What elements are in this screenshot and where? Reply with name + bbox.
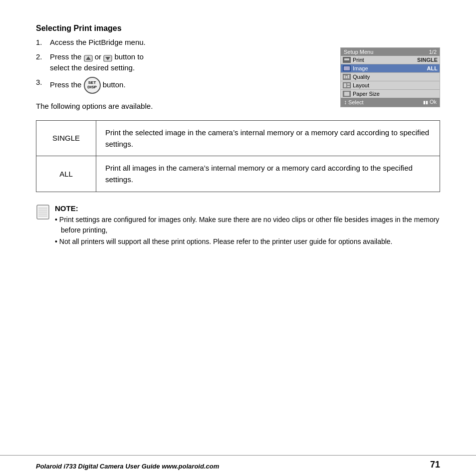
page-content: Selecting Print images 1. Access the Pic… xyxy=(0,0,476,476)
step-1-num: 1. xyxy=(36,37,50,48)
note-section: NOTE: • Print settings are configured fo… xyxy=(36,204,440,248)
note-bullet-2: • Not all printers will support all thes… xyxy=(55,237,440,247)
menu-footer: ↕ Select ▮▮ Ok xyxy=(341,98,440,107)
up-arrow-icon xyxy=(84,54,93,61)
table-key-all: ALL xyxy=(36,156,96,192)
step-1-text: Access the PictBridge menu. xyxy=(50,37,440,48)
page-footer: Polaroid i733 Digital Camera User Guide … xyxy=(0,455,476,476)
footer-page-number: 71 xyxy=(430,460,440,470)
svg-rect-15 xyxy=(347,86,350,87)
note-icon xyxy=(36,204,50,222)
footer-left: Polaroid i733 Digital Camera User Guide … xyxy=(36,463,219,470)
table-row-all: ALL Print all images in the camera’s int… xyxy=(36,156,440,192)
note-title: NOTE: xyxy=(55,204,440,213)
svg-rect-11 xyxy=(348,75,349,78)
or-text: or xyxy=(95,52,104,61)
footer-url: www.polaroid.com xyxy=(162,463,219,470)
down-arrow-icon xyxy=(103,54,112,61)
table-value-all: Print all images in the camera’s interna… xyxy=(96,156,440,192)
section-title: Selecting Print images xyxy=(36,24,440,33)
menu-label-quality: Quality xyxy=(353,74,438,80)
menu-footer-select: ↕ Select xyxy=(344,99,364,106)
menu-row-quality: Quality xyxy=(341,73,440,81)
menu-icon-print xyxy=(343,57,351,63)
svg-rect-7 xyxy=(344,66,350,70)
menu-header-page: 1/2 xyxy=(429,49,437,55)
menu-icon-image xyxy=(343,65,351,71)
step-3-num: 3. xyxy=(36,77,50,88)
menu-footer-ok: ▮▮ Ok xyxy=(423,99,437,106)
menu-header: Setup Menu 1/2 xyxy=(341,48,440,56)
menu-value-image: ALL xyxy=(427,65,438,71)
note-content: NOTE: • Print settings are configured fo… xyxy=(55,204,440,248)
footer-brand: Polaroid i733 Digital Camera User Guide xyxy=(36,463,160,470)
menu-row-print: Print SINGLE xyxy=(341,56,440,64)
svg-rect-9 xyxy=(344,75,345,78)
svg-rect-10 xyxy=(346,76,347,78)
table-key-single: SINGLE xyxy=(36,120,96,156)
step-1: 1. Access the PictBridge menu. xyxy=(36,37,440,48)
menu-row-image: Image ALL xyxy=(341,64,440,73)
table-row-single: SINGLE Print the selected image in the c… xyxy=(36,120,440,156)
options-table: SINGLE Print the selected image in the c… xyxy=(36,120,440,192)
menu-label-layout: Layout xyxy=(353,82,438,88)
menu-label-print: Print xyxy=(353,57,417,63)
menu-value-print: SINGLE xyxy=(417,57,438,63)
menu-row-papersize: Paper Size xyxy=(341,90,440,98)
menu-icon-papersize xyxy=(343,91,351,97)
svg-rect-14 xyxy=(347,83,350,85)
svg-rect-5 xyxy=(344,58,349,60)
menu-label-image: Image xyxy=(353,65,427,71)
table-value-single: Print the selected image in the camera’s… xyxy=(96,120,440,156)
menu-icon-layout xyxy=(343,82,351,88)
menu-row-layout: Layout xyxy=(341,81,440,90)
note-bullet-1: • Print settings are configured for imag… xyxy=(55,215,440,236)
menu-header-label: Setup Menu xyxy=(344,49,373,55)
svg-rect-13 xyxy=(344,83,346,87)
menu-screenshot: Setup Menu 1/2 Print SINGLE Image ALL xyxy=(340,47,440,107)
svg-rect-17 xyxy=(344,92,349,96)
step-2-num: 2. xyxy=(36,51,50,63)
set-disp-button-icon: SETDISP xyxy=(84,77,101,94)
menu-icon-quality xyxy=(343,74,351,80)
menu-label-papersize: Paper Size xyxy=(353,91,438,97)
